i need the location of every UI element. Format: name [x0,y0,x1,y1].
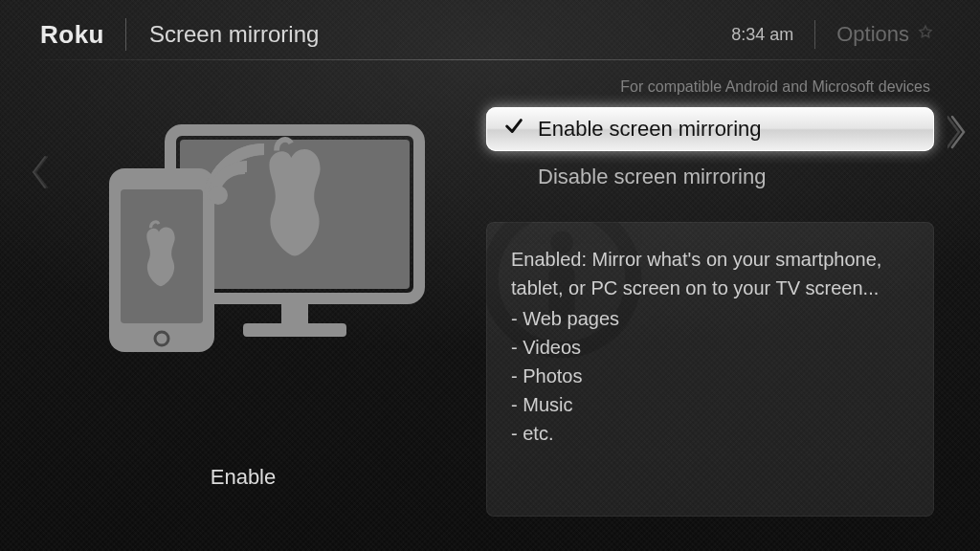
options-button[interactable]: Options [836,22,934,47]
header-right: 8:34 am Options [731,20,934,49]
option-disable-label: Disable screen mirroring [538,165,766,189]
chevron-right-icon [947,138,969,154]
svg-rect-3 [243,323,346,337]
info-bullet: Web pages [511,304,909,333]
left-caption: Enable [0,465,486,490]
options-star-icon [917,22,934,47]
svg-point-7 [209,186,228,205]
left-pane: Enable [0,78,486,517]
option-enable-mirroring[interactable]: Enable screen mirroring [486,107,934,151]
options-label: Options [836,22,909,47]
header-underline [40,59,934,60]
chevron-left-icon [29,153,50,191]
nav-left-button[interactable] [29,153,50,191]
main-content: Enable For compatible Android and Micros… [0,78,980,517]
option-disable-mirroring[interactable]: Disable screen mirroring [486,155,934,199]
svg-rect-2 [281,304,308,323]
info-bullet: etc. [511,419,909,448]
compatibility-note: For compatible Android and Microsoft dev… [486,78,934,105]
info-text: Enabled: Mirror what's on your smartphon… [511,245,909,448]
info-lead: Enabled: Mirror what's on your smartphon… [511,245,909,302]
info-panel: Enabled: Mirror what's on your smartphon… [486,222,934,517]
page-title: Screen mirroring [149,21,319,48]
right-pane: For compatible Android and Microsoft dev… [486,78,980,517]
nav-right-button[interactable] [947,113,969,155]
brand-logo: Roku [40,20,104,50]
info-list: Web pages Videos Photos Music etc. [511,304,909,448]
screen-mirroring-illustration [56,99,438,390]
info-bullet: Music [511,390,909,419]
info-bullet: Videos [511,333,909,362]
brand-logo-text: Roku [40,20,104,50]
header-divider [125,18,126,51]
option-enable-label: Enable screen mirroring [538,117,762,142]
checkmark-icon [503,116,524,143]
clock: 8:34 am [731,25,793,45]
info-bullet: Photos [511,362,909,390]
header: Roku Screen mirroring 8:34 am Options [0,0,980,69]
header-divider-2 [814,20,815,49]
